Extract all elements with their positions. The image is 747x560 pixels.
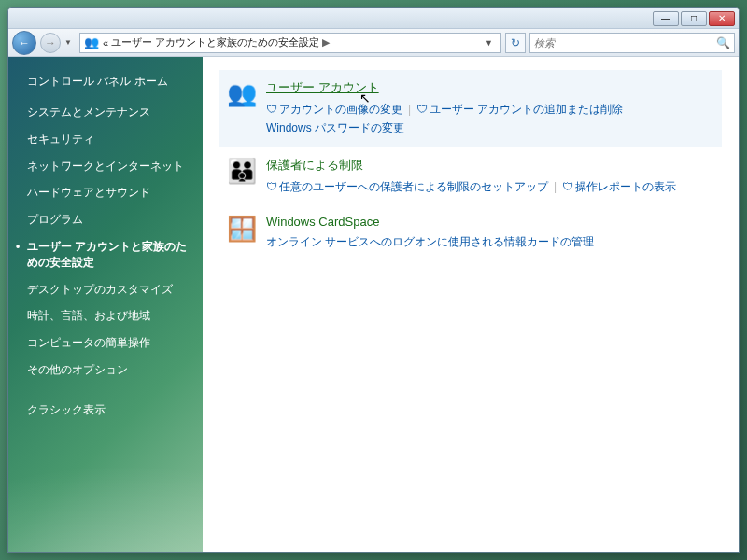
sidebar-item-7[interactable]: 時計、言語、および地域 [8,302,203,329]
task-link[interactable]: Windows パスワードの変更 [266,121,404,134]
task-link[interactable]: ユーザー アカウントの追加または削除 [430,103,623,116]
sidebar: コントロール パネル ホーム システムとメンテナンスセキュリティネットワークとイ… [8,57,203,552]
link-divider: | [408,103,411,116]
address-bar: ← → ▼ 👥 « ユーザー アカウントと家族のための安全設定 ▶ ▼ ↻ 🔍 [8,29,739,57]
sidebar-item-5[interactable]: ユーザー アカウントと家族のための安全設定 [8,233,203,276]
minimize-button[interactable]: — [653,11,679,26]
category-body: Windows CardSpaceオンライン サービスへのログオンに使用される情… [266,215,714,251]
nav-forward-button[interactable]: → [40,33,61,53]
link-divider: | [554,180,557,193]
category-links: オンライン サービスへのログオンに使用される情報カードの管理 [266,232,714,251]
shield-icon: 🛡 [416,103,428,116]
window-body: コントロール パネル ホーム システムとメンテナンスセキュリティネットワークとイ… [8,57,739,552]
breadcrumb-text[interactable]: ユーザー アカウントと家族のための安全設定 [111,35,319,49]
breadcrumb-dropdown[interactable]: ▼ [481,38,497,48]
close-button[interactable]: ✕ [709,11,735,26]
category-card-2: 🪟Windows CardSpaceオンライン サービスへのログオンに使用される… [219,205,722,260]
main-content: 👥ユーザー アカウント🛡アカウントの画像の変更|🛡ユーザー アカウントの追加また… [203,57,739,552]
sidebar-item-4[interactable]: プログラム [8,206,203,233]
breadcrumb-bar[interactable]: 👥 « ユーザー アカウントと家族のための安全設定 ▶ ▼ [79,33,501,53]
shield-icon: 🛡 [562,180,573,193]
category-title-link[interactable]: 保護者による制限 [266,157,363,174]
sidebar-item-0[interactable]: システムとメンテナンス [8,99,203,126]
breadcrumb: « ユーザー アカウントと家族のための安全設定 ▶ [103,35,477,49]
sidebar-item-2[interactable]: ネットワークとインターネット [8,153,203,180]
sidebar-classic-view[interactable]: クラシック表示 [8,397,203,424]
category-icon: 👥 [227,79,257,109]
task-link[interactable]: オンライン サービスへのログオンに使用される情報カードの管理 [266,235,594,248]
search-input[interactable] [534,37,716,49]
breadcrumb-arrow-icon[interactable]: ▶ [322,36,330,49]
maximize-button[interactable]: □ [681,11,707,26]
category-links: 🛡任意のユーザーへの保護者による制限のセットアップ|🛡操作レポートの表示 [266,177,714,196]
shield-icon: 🛡 [266,103,277,116]
category-icon: 🪟 [227,215,257,245]
nav-history-dropdown[interactable]: ▼ [64,38,76,47]
sidebar-item-8[interactable]: コンピュータの簡単操作 [8,329,203,357]
task-link[interactable]: 任意のユーザーへの保護者による制限のセットアップ [279,180,548,193]
category-card-1: 👪保護者による制限🛡任意のユーザーへの保護者による制限のセットアップ|🛡操作レポ… [219,147,722,205]
users-icon: 👥 [84,35,99,49]
sidebar-item-9[interactable]: その他のオプション [8,357,203,384]
category-title-link[interactable]: Windows CardSpace [266,215,379,229]
breadcrumb-prefix: « [103,37,108,49]
control-panel-window: — □ ✕ ← → ▼ 👥 « ユーザー アカウントと家族のための安全設定 ▶ … [7,7,740,553]
search-box[interactable]: 🔍 [529,33,735,53]
shield-icon: 🛡 [266,180,277,193]
category-body: ユーザー アカウント🛡アカウントの画像の変更|🛡ユーザー アカウントの追加または… [266,79,714,138]
category-body: 保護者による制限🛡任意のユーザーへの保護者による制限のセットアップ|🛡操作レポー… [266,157,714,196]
category-icon: 👪 [227,157,257,187]
search-icon[interactable]: 🔍 [716,36,730,49]
sidebar-home-link[interactable]: コントロール パネル ホーム [8,72,203,99]
refresh-button[interactable]: ↻ [505,33,526,53]
task-link[interactable]: 操作レポートの表示 [575,180,676,193]
category-links: 🛡アカウントの画像の変更|🛡ユーザー アカウントの追加または削除Windows … [266,100,714,138]
sidebar-item-6[interactable]: デスクトップのカスタマイズ [8,276,203,303]
sidebar-item-1[interactable]: セキュリティ [8,126,203,153]
task-link[interactable]: アカウントの画像の変更 [279,103,402,116]
category-title-link[interactable]: ユーザー アカウント [266,79,379,96]
sidebar-item-3[interactable]: ハードウェアとサウンド [8,179,203,206]
category-card-0: 👥ユーザー アカウント🛡アカウントの画像の変更|🛡ユーザー アカウントの追加また… [219,70,722,147]
titlebar: — □ ✕ [8,8,739,29]
nav-back-button[interactable]: ← [12,31,36,55]
